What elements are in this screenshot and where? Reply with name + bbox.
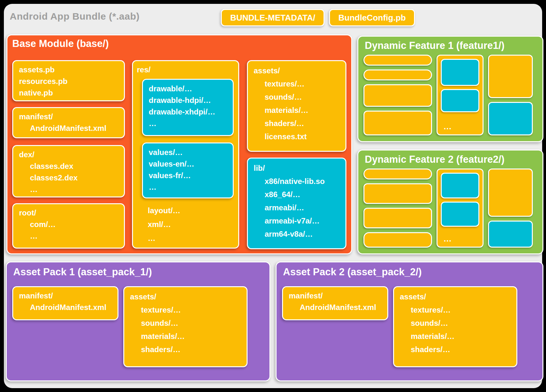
file-entry: armeabi/…: [254, 201, 342, 214]
mini-column-left: [363, 55, 432, 135]
file-entry: shaders/…: [400, 343, 513, 356]
values-box: values/…values-en/…values-fr/……: [142, 142, 234, 198]
dynamic-feature-2-contents: …: [363, 169, 533, 248]
file-entry: sounds/…: [130, 316, 243, 330]
proto-files-box: assets.pbresources.pbnative.pb: [12, 60, 125, 101]
manifest-box: manifest/AndroidManifest.xml: [12, 107, 125, 138]
file-entry: …: [148, 231, 234, 245]
file-entry: arm64-v8a/…: [254, 227, 342, 241]
file-entry: assets/: [130, 290, 243, 303]
file-entry: classes2.dex: [19, 172, 120, 184]
asset-pack-1-title: Asset Pack 1 (asset_pack_1/): [13, 266, 152, 278]
mini-file-box: [363, 69, 432, 80]
file-entry: manifest/: [19, 290, 114, 302]
mini-file-box: [363, 169, 432, 179]
ellipsis-label: …: [441, 234, 479, 243]
file-entry: xml/…: [148, 217, 234, 231]
mini-column-right: [488, 169, 533, 248]
page-title: Android App Bundle (*.aab): [10, 11, 140, 22]
file-entry: AndroidManifest.xml: [19, 123, 120, 134]
file-entry: shaders/…: [130, 343, 243, 356]
file-entry: drawable/…: [149, 83, 230, 95]
file-entry: …: [149, 181, 230, 193]
dex-box: dex/classes.dexclasses2.dex…: [12, 145, 125, 197]
dynamic-feature-2-title: Dynamic Feature 2 (feature2/): [365, 154, 504, 165]
file-entry: values-en/…: [149, 158, 230, 170]
mini-file-box: [363, 55, 432, 66]
bundle-config-badge: BundleConfig.pb: [329, 9, 415, 26]
drawable-box: drawable/…drawable-hdpi/…drawable-xhdpi/…: [142, 79, 234, 136]
file-entry: assets/: [400, 290, 513, 303]
mini-config-box: [441, 59, 479, 86]
mini-file-box: [363, 111, 432, 135]
file-entry: x86/native-lib.so: [254, 175, 342, 188]
base-module-title: Base Module (base/): [12, 38, 109, 50]
file-entry: manifest/: [19, 111, 120, 123]
lib-box: lib/x86/native-lib.sox86_64/…armeabi/…ar…: [247, 158, 346, 249]
base-module-panel: Base Module (base/) assets.pbresources.p…: [6, 34, 352, 254]
mini-file-box: [363, 84, 432, 107]
file-entry: shaders/…: [254, 117, 342, 130]
mini-file-box: [488, 169, 533, 217]
file-entry: drawable-xhdpi/…: [149, 106, 230, 118]
dynamic-feature-1-panel: Dynamic Feature 1 (feature1/) …: [357, 36, 543, 142]
file-entry: materials/…: [400, 330, 513, 343]
dynamic-feature-1-title: Dynamic Feature 1 (feature1/): [365, 40, 504, 51]
dynamic-feature-2-panel: Dynamic Feature 2 (feature2/) …: [357, 150, 543, 254]
root-box: root/com/……: [12, 203, 125, 249]
mini-file-box: [363, 183, 432, 204]
mini-res-box: …: [437, 169, 484, 248]
manifest-box: manifest/AndroidManifest.xml: [12, 286, 118, 320]
file-entry: licenses.txt: [254, 130, 342, 143]
assets-box: assets/textures/…sounds/…materials/…shad…: [393, 286, 517, 367]
file-entry: sounds/…: [400, 316, 513, 330]
file-entry: AndroidManifest.xml: [19, 302, 114, 313]
file-entry: sounds/…: [254, 90, 342, 104]
file-entry: …: [19, 184, 120, 195]
file-entry: materials/…: [254, 104, 342, 117]
file-entry: values-fr/…: [149, 170, 230, 181]
file-entry: …: [149, 118, 230, 129]
file-entry: assets/: [254, 64, 342, 77]
file-entry: assets.pb: [19, 64, 120, 76]
mini-column-left: [363, 169, 432, 248]
file-entry: layout/…: [148, 204, 234, 217]
file-entry: textures/…: [400, 303, 513, 316]
manifest-box: manifest/AndroidManifest.xml: [282, 286, 388, 320]
file-entry: resources.pb: [19, 76, 120, 87]
asset-pack-2-panel: Asset Pack 2 (asset_pack_2/) manifest/An…: [276, 261, 543, 381]
dynamic-feature-1-contents: …: [363, 55, 533, 135]
file-entry: values/…: [149, 147, 230, 158]
res-label: res/: [137, 64, 234, 76]
mini-file-box: [488, 55, 533, 98]
mini-res-box: …: [437, 55, 484, 135]
file-entry: com/…: [19, 219, 120, 230]
file-entry: x86_64/…: [254, 188, 342, 201]
file-entry: classes.dex: [19, 160, 120, 172]
mini-file-box: [363, 232, 432, 248]
file-entry: root/: [19, 207, 120, 219]
mini-config-box: [441, 89, 479, 112]
file-entry: drawable-hdpi/…: [149, 95, 230, 106]
asset-pack-2-title: Asset Pack 2 (asset_pack_2/): [283, 266, 422, 278]
mini-config-box: [441, 202, 479, 227]
mini-lib-box: [488, 102, 533, 135]
res-box: res/ drawable/…drawable-hdpi/…drawable-x…: [132, 60, 239, 249]
file-entry: dex/: [19, 149, 120, 160]
mini-lib-box: [488, 221, 533, 248]
mini-config-box: [441, 173, 479, 198]
file-entry: manifest/: [289, 290, 383, 302]
file-entry: textures/…: [254, 77, 342, 90]
res-extra-entries: layout/…xml/……: [148, 204, 234, 245]
asset-pack-1-panel: Asset Pack 1 (asset_pack_1/) manifest/An…: [6, 261, 270, 381]
file-entry: …: [19, 230, 120, 242]
file-entry: materials/…: [130, 330, 243, 343]
ellipsis-label: …: [441, 122, 479, 131]
file-entry: native.pb: [19, 87, 120, 99]
assets-box: assets/textures/…sounds/…materials/…shad…: [247, 60, 346, 152]
file-entry: textures/…: [130, 303, 243, 316]
file-entry: AndroidManifest.xml: [289, 302, 383, 313]
mini-file-box: [363, 208, 432, 228]
file-entry: armeabi-v7a/…: [254, 214, 342, 227]
bundle-metadata-badge: BUNDLE-METADATA/: [221, 9, 325, 26]
